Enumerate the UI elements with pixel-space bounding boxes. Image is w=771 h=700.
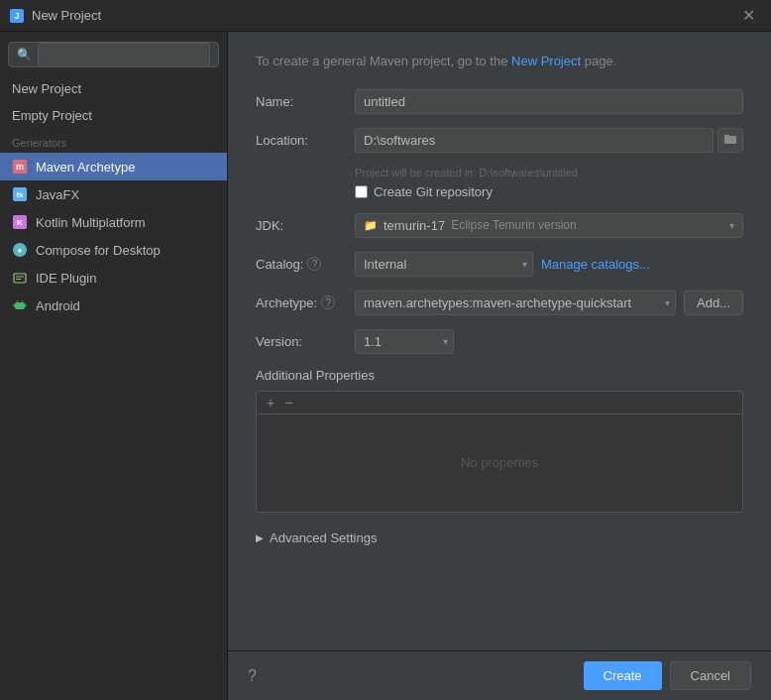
help-icon[interactable]: ? <box>248 667 257 685</box>
content-area: To create a general Maven project, go to… <box>228 32 771 700</box>
location-row: Location: <box>256 128 743 153</box>
svg-rect-7 <box>25 304 26 307</box>
add-prop-button[interactable]: + <box>263 396 278 409</box>
name-label: Name: <box>256 94 355 109</box>
archetype-select-wrapper: maven.archetypes:maven-archetype-quickst… <box>355 291 676 315</box>
folder-icon <box>724 133 736 145</box>
archetype-label: Archetype: ? <box>256 295 355 310</box>
git-repo-label[interactable]: Create Git repository <box>374 184 493 199</box>
version-select[interactable]: 1.1 <box>355 329 454 354</box>
ide-icon <box>12 270 28 286</box>
remove-prop-button[interactable]: − <box>280 396 296 409</box>
name-row: Name: <box>256 89 743 114</box>
name-control <box>355 89 743 114</box>
jdk-select[interactable]: 📁 temurin-17 Eclipse Temurin version ▾ <box>355 213 743 238</box>
catalog-row: Catalog: ? Internal ▾ Manage catalogs... <box>256 252 743 277</box>
cancel-button[interactable]: Cancel <box>670 661 751 690</box>
jdk-chevron-icon: ▾ <box>729 220 734 231</box>
main-container: 🔍 New Project Empty Project Generators m… <box>0 32 771 700</box>
additional-properties-section: Additional Properties + − No properties <box>256 368 743 513</box>
catalog-control: Internal ▾ Manage catalogs... <box>355 252 743 277</box>
svg-rect-0 <box>14 274 26 283</box>
add-button[interactable]: Add... <box>684 291 743 315</box>
sidebar-item-android[interactable]: Android <box>0 292 227 319</box>
catalog-label: Catalog: ? <box>256 257 355 272</box>
ide-plugin-label: IDE Plugin <box>36 271 96 286</box>
archetype-row: Archetype: ? maven.archetypes:maven-arch… <box>256 291 743 315</box>
version-row: Version: 1.1 ▾ <box>256 329 743 354</box>
catalog-select-wrapper: Internal ▾ <box>355 252 533 277</box>
javafx-icon: fx <box>12 186 28 202</box>
svg-rect-3 <box>15 302 25 309</box>
generators-label: Generators <box>0 129 227 153</box>
maven-archetype-label: Maven Archetype <box>36 160 135 175</box>
props-toolbar: + − <box>256 391 743 413</box>
jdk-control: 📁 temurin-17 Eclipse Temurin version ▾ <box>355 213 743 238</box>
location-control <box>355 128 743 153</box>
search-box[interactable]: 🔍 <box>8 42 219 67</box>
path-hint: Project will be created in: D:\softwares… <box>355 167 743 178</box>
sidebar-item-kotlin[interactable]: K Kotlin Multiplatform <box>0 208 227 236</box>
empty-project-label: Empty Project <box>12 108 92 123</box>
git-repo-checkbox[interactable] <box>355 185 368 198</box>
jdk-row: JDK: 📁 temurin-17 Eclipse Temurin versio… <box>256 213 743 238</box>
no-props-text: No properties <box>461 455 538 470</box>
sidebar-item-compose[interactable]: ● Compose for Desktop <box>0 236 227 264</box>
version-label: Version: <box>256 334 355 349</box>
svg-rect-8 <box>724 136 736 144</box>
additional-props-title: Additional Properties <box>256 368 743 383</box>
title-bar-left: J New Project <box>10 8 101 23</box>
advanced-chevron-icon: ▶ <box>256 532 264 543</box>
jdk-folder-icon: 📁 <box>364 219 378 232</box>
create-button[interactable]: Create <box>584 661 662 690</box>
archetype-control: maven.archetypes:maven-archetype-quickst… <box>355 291 743 315</box>
jdk-value: temurin-17 <box>384 218 445 233</box>
git-repo-row: Create Git repository <box>355 184 743 199</box>
location-wrapper <box>355 128 743 153</box>
jdk-detail: Eclipse Temurin version <box>451 218 577 232</box>
compose-label: Compose for Desktop <box>36 243 161 258</box>
hint-text: To create a general Maven project, go to… <box>256 52 743 71</box>
sidebar-item-maven-archetype[interactable]: m Maven Archetype <box>0 153 227 180</box>
version-select-wrapper: 1.1 ▾ <box>355 329 454 354</box>
sidebar-item-javafx[interactable]: fx JavaFX <box>0 180 227 208</box>
catalog-select[interactable]: Internal <box>355 252 533 277</box>
svg-point-5 <box>22 300 24 302</box>
archetype-select[interactable]: maven.archetypes:maven-archetype-quickst… <box>355 291 676 315</box>
location-input[interactable] <box>355 128 714 153</box>
new-project-label: New Project <box>12 81 81 96</box>
name-input[interactable] <box>355 89 743 114</box>
kotlin-icon: K <box>12 214 28 230</box>
app-icon: J <box>10 9 24 23</box>
compose-icon: ● <box>12 242 28 258</box>
sidebar-item-empty-project[interactable]: Empty Project <box>0 102 227 129</box>
search-icon: 🔍 <box>17 48 32 61</box>
title-bar: J New Project ✕ <box>0 0 771 32</box>
version-control: 1.1 ▾ <box>355 329 743 354</box>
sidebar-item-ide-plugin[interactable]: IDE Plugin <box>0 264 227 292</box>
archetype-help-icon[interactable]: ? <box>321 295 335 309</box>
sidebar-item-new-project[interactable]: New Project <box>0 75 227 102</box>
advanced-settings-label: Advanced Settings <box>270 530 377 545</box>
props-area: No properties <box>256 413 743 513</box>
close-button[interactable]: ✕ <box>736 4 761 27</box>
maven-icon: m <box>12 159 28 175</box>
jdk-label: JDK: <box>256 218 355 233</box>
browse-button[interactable] <box>717 128 743 153</box>
bottom-bar: ? Create Cancel <box>228 650 771 700</box>
location-label: Location: <box>256 133 355 148</box>
catalog-help-icon[interactable]: ? <box>307 257 321 271</box>
android-label: Android <box>36 298 80 313</box>
advanced-settings-row[interactable]: ▶ Advanced Settings <box>256 523 743 553</box>
android-icon <box>12 297 28 313</box>
svg-rect-9 <box>724 135 729 137</box>
svg-point-4 <box>17 300 19 302</box>
bottom-buttons: Create Cancel <box>584 661 752 690</box>
kotlin-label: Kotlin Multiplatform <box>36 215 146 230</box>
search-input[interactable] <box>38 43 210 67</box>
javafx-label: JavaFX <box>36 187 79 202</box>
new-project-link[interactable]: New Project <box>511 54 581 68</box>
title-bar-title: New Project <box>32 8 101 23</box>
sidebar: 🔍 New Project Empty Project Generators m… <box>0 32 228 700</box>
manage-catalogs-link[interactable]: Manage catalogs... <box>541 257 650 272</box>
